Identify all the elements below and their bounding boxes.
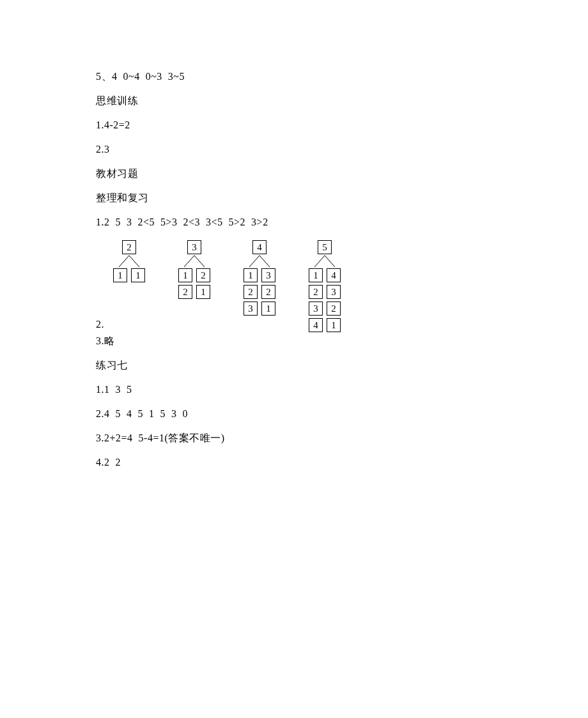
ex7-q2: 2.4 5 4 5 1 5 3 0 [96,409,588,419]
answer-thinking-2: 2.3 [96,144,588,155]
decomposition-2: 2 1 1 [111,240,147,282]
decomp-cell: 1 [196,285,210,299]
decomp-cell: 1 [244,268,258,282]
decomp-pair: 2 2 [244,285,275,299]
decomp-cell: 3 [261,268,275,282]
heading-review: 整理和复习 [96,193,588,203]
decomposition-3: 3 1 2 2 1 [176,240,212,299]
decomp-cell: 2 [327,302,341,316]
decomp-pair: 3 2 [309,302,341,316]
ex7-q1: 1.1 3 5 [96,385,588,395]
decomp-cell: 3 [309,302,323,316]
decomp-cell: 1 [178,268,192,282]
decomposition-5: 5 1 4 2 3 3 2 [307,240,343,332]
decomp-top-4: 4 [252,240,267,254]
decomp-cell: 1 [131,268,145,282]
decomp-pair: 1 4 [309,268,341,282]
decomp-pair: 4 1 [309,318,341,332]
answer-thinking-1: 1.4-2=2 [96,120,588,130]
review-q1-compare: 1.2 5 3 2<5 5>3 2<3 3<5 5>2 3>2 [96,217,588,227]
decomp-cell: 1 [261,302,275,316]
decomp-cell: 4 [309,318,323,332]
decomposition-4: 4 1 3 2 2 3 1 [242,240,277,316]
decomp-cell: 1 [113,268,127,282]
svg-line-5 [259,256,270,267]
decomp-pair: 2 3 [309,285,341,299]
decomp-pairs-2: 1 1 [113,268,145,282]
decomp-cell: 2 [178,285,192,299]
ex7-q3: 3.2+2=4 5-4=1(答案不唯一) [96,433,588,443]
decomp-cell: 2 [261,285,275,299]
decomp-pair: 1 2 [178,268,210,282]
decomp-cell: 2 [309,285,323,299]
decomp-legs-2 [111,254,147,268]
svg-line-6 [314,256,325,267]
ex7-q4: 4.2 2 [96,457,588,468]
svg-line-3 [194,256,205,267]
decomp-legs-3 [176,254,212,268]
review-q2-marker: 2. [96,319,104,330]
decomp-pair: 1 3 [244,268,275,282]
decomp-cell: 2 [244,285,258,299]
document-page: 5、4 0~4 0~3 3~5 思维训练 1.4-2=2 2.3 教材习题 整理… [0,0,588,718]
decomp-cell: 4 [327,268,341,282]
svg-line-1 [129,256,139,267]
svg-line-0 [119,256,129,267]
heading-textbook-exercises: 教材习题 [96,169,588,179]
decomp-cell: 1 [327,318,341,332]
svg-line-4 [249,256,259,267]
svg-line-2 [184,256,194,267]
decomp-pairs-3: 1 2 2 1 [178,268,210,299]
decomp-cell: 3 [327,285,341,299]
svg-line-7 [325,256,335,267]
review-q3-omitted: 3.略 [96,336,588,346]
decomp-pairs-5: 1 4 2 3 3 2 4 1 [309,268,341,332]
decomp-legs-5 [307,254,343,268]
decomp-pair: 3 1 [244,302,275,316]
decomp-pairs-4: 1 3 2 2 3 1 [244,268,275,316]
decomp-cell: 3 [244,302,258,316]
decomp-legs-4 [242,254,277,268]
decomp-pair: 1 1 [113,268,145,282]
decomp-pair: 2 1 [178,285,210,299]
decomp-top-5: 5 [318,240,332,254]
decomp-top-2: 2 [122,240,136,254]
heading-thinking-training: 思维训练 [96,96,588,106]
heading-exercise-7: 练习七 [96,360,588,370]
decomp-cell: 2 [196,268,210,282]
decomp-cell: 1 [309,268,323,282]
decomp-top-3: 3 [187,240,201,254]
text-line-5-ranges: 5、4 0~4 0~3 3~5 [96,72,588,82]
decomposition-diagrams: 2 1 1 3 1 [111,240,588,332]
